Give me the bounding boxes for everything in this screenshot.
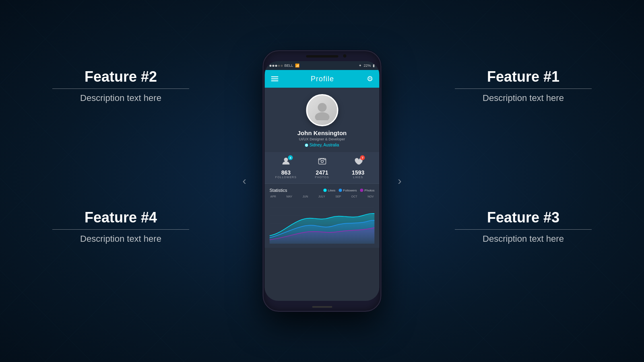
svg-point-2 bbox=[284, 158, 288, 162]
avatar bbox=[306, 94, 338, 126]
settings-gear-icon[interactable]: ⚙ bbox=[367, 74, 373, 83]
feature-2-desc: Description text here bbox=[52, 93, 189, 103]
photos-icon bbox=[318, 157, 326, 168]
svg-point-4 bbox=[321, 160, 323, 162]
feature-2-divider bbox=[52, 88, 189, 89]
legend-followers-dot bbox=[339, 189, 342, 192]
chart-title: Statistics bbox=[270, 188, 287, 193]
hamburger-menu-button[interactable] bbox=[271, 76, 279, 81]
feature-4-block: Feature #4 Description text here bbox=[52, 209, 189, 244]
followers-count: 863 bbox=[281, 169, 291, 176]
stat-photos[interactable]: 2471 PHOTOS bbox=[304, 157, 340, 179]
location-text: Sidney, Australia bbox=[310, 143, 339, 147]
photos-count: 2471 bbox=[316, 169, 328, 176]
feature-4-title: Feature #4 bbox=[52, 209, 189, 226]
status-left: BELL 📶 bbox=[270, 64, 299, 68]
legend-photos-label: Photos bbox=[365, 189, 375, 192]
phone-camera bbox=[343, 54, 347, 58]
chart-area bbox=[270, 200, 375, 244]
battery-level: 22% bbox=[363, 64, 371, 68]
legend-likes-dot bbox=[324, 189, 327, 192]
chart-months: APR MAY JUN JULY SEP OCT NOV bbox=[270, 195, 375, 198]
ham-line-2 bbox=[271, 78, 279, 79]
ham-line-3 bbox=[271, 80, 279, 81]
feature-3-block: Feature #3 Description text here bbox=[455, 209, 592, 244]
chart-section: Statistics Likes Followers Photos bbox=[265, 184, 380, 248]
battery-icon: ▮ bbox=[373, 64, 375, 68]
chart-header: Statistics Likes Followers Photos bbox=[270, 188, 375, 193]
followers-icon: 4 bbox=[281, 157, 290, 168]
legend-followers-label: Followers bbox=[343, 189, 357, 192]
phone-screen: BELL 📶 ✦ 22% ▮ Profile ⚙ bbox=[265, 61, 380, 301]
signal-dot-4 bbox=[278, 65, 280, 67]
month-july: JULY bbox=[318, 195, 325, 198]
avatar-svg bbox=[312, 100, 332, 120]
wifi-icon: 📶 bbox=[295, 64, 299, 68]
likes-label: LIKES bbox=[353, 176, 363, 179]
signal-dot-3 bbox=[275, 65, 277, 67]
phone-home-indicator bbox=[312, 306, 332, 308]
ham-line-1 bbox=[271, 76, 279, 77]
month-sep: SEP bbox=[335, 195, 341, 198]
feature-1-title: Feature #1 bbox=[455, 68, 592, 85]
followers-label: FOLLOWERS bbox=[275, 176, 297, 179]
feature-3-title: Feature #3 bbox=[455, 209, 592, 226]
app-bar: Profile ⚙ bbox=[265, 70, 380, 88]
carrier-name: BELL bbox=[285, 64, 293, 68]
carousel-left-arrow[interactable]: ‹ bbox=[243, 175, 246, 187]
feature-4-divider bbox=[52, 229, 189, 230]
legend-likes: Likes bbox=[324, 189, 336, 192]
location-icon bbox=[305, 144, 308, 147]
photos-label: PHOTOS bbox=[315, 176, 329, 179]
bluetooth-icon: ✦ bbox=[359, 64, 362, 68]
feature-1-block: Feature #1 Description text here bbox=[455, 68, 592, 103]
svg-point-0 bbox=[318, 103, 326, 112]
profile-location: Sidney, Australia bbox=[305, 143, 339, 147]
chart-svg bbox=[270, 200, 375, 244]
month-apr: APR bbox=[270, 195, 276, 198]
legend-photos: Photos bbox=[360, 189, 375, 192]
profile-section: John Kensington UI/UX Designer & Develop… bbox=[265, 88, 380, 152]
followers-badge: 4 bbox=[288, 155, 293, 160]
stat-followers[interactable]: 4 863 FOLLOWERS bbox=[268, 157, 304, 179]
stat-likes[interactable]: 7 1593 LIKES bbox=[340, 157, 376, 179]
legend-followers: Followers bbox=[339, 189, 357, 192]
feature-1-desc: Description text here bbox=[455, 93, 592, 103]
feature-3-desc: Description text here bbox=[455, 234, 592, 244]
month-jun: JUN bbox=[303, 195, 308, 198]
feature-4-desc: Description text here bbox=[52, 234, 189, 244]
feature-2-title: Feature #2 bbox=[52, 68, 189, 85]
feature-3-divider bbox=[455, 229, 592, 230]
signal-dot-2 bbox=[272, 65, 275, 67]
feature-1-divider bbox=[455, 88, 592, 89]
signal-dots bbox=[270, 65, 283, 67]
status-right: ✦ 22% ▮ bbox=[359, 64, 374, 68]
chart-legend: Likes Followers Photos bbox=[324, 189, 375, 192]
svg-rect-3 bbox=[318, 158, 326, 164]
month-nov: NOV bbox=[367, 195, 374, 198]
signal-dot-1 bbox=[270, 65, 272, 67]
likes-badge: 7 bbox=[360, 155, 365, 160]
carousel-right-arrow[interactable]: › bbox=[398, 175, 401, 187]
stats-section: 4 863 FOLLOWERS 2471 PHOTOS bbox=[265, 152, 380, 184]
legend-photos-dot bbox=[360, 189, 363, 192]
phone-shell: BELL 📶 ✦ 22% ▮ Profile ⚙ bbox=[263, 50, 382, 312]
legend-likes-label: Likes bbox=[328, 189, 336, 192]
month-oct: OCT bbox=[351, 195, 357, 198]
status-bar: BELL 📶 ✦ 22% ▮ bbox=[265, 61, 380, 70]
svg-point-1 bbox=[315, 112, 329, 120]
likes-icon: 7 bbox=[354, 157, 363, 168]
profile-role: UI/UX Designer & Developer bbox=[299, 137, 345, 141]
signal-dot-5 bbox=[281, 65, 283, 67]
avatar-image bbox=[307, 95, 337, 125]
app-bar-title: Profile bbox=[311, 75, 334, 83]
month-may: MAY bbox=[287, 195, 293, 198]
feature-2-block: Feature #2 Description text here bbox=[52, 68, 189, 103]
phone-mockup: ‹ › BELL 📶 ✦ bbox=[263, 50, 382, 312]
likes-count: 1593 bbox=[352, 169, 364, 176]
profile-name: John Kensington bbox=[297, 130, 347, 136]
phone-speaker bbox=[306, 55, 338, 58]
